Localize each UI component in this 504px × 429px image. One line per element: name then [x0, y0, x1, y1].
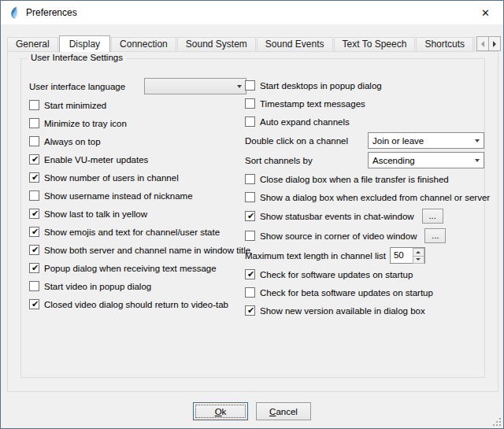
checkbox-box — [245, 116, 255, 127]
checkbox-box — [245, 98, 255, 109]
sort-channels-select[interactable]: Ascending — [368, 152, 484, 168]
checkbox-box — [29, 299, 39, 309]
checkbox-box — [29, 118, 39, 128]
app-icon — [8, 6, 20, 19]
max-text-length-spinner[interactable]: 50 — [390, 247, 425, 264]
double-click-select[interactable]: Join or leave — [368, 132, 484, 149]
tab-text-to-speech[interactable]: Text To Speech — [334, 37, 416, 51]
checkbox-box — [29, 190, 39, 201]
left-column: User interface language Start minimized … — [29, 76, 246, 313]
titlebar[interactable]: Preferences — [1, 1, 503, 24]
dialog-buttons: Ok Cancel — [1, 402, 503, 420]
tab-general[interactable]: General — [7, 37, 58, 51]
checkbox-popup-on-text-message[interactable]: Popup dialog when receiving text message — [29, 259, 246, 277]
checkbox-box — [29, 227, 39, 237]
checkbox-start-video-popup[interactable]: Start video in popup dialog — [29, 277, 246, 295]
checkbox-box — [245, 80, 255, 91]
checkbox-show-username-instead[interactable]: Show username instead of nickname — [29, 187, 246, 205]
checkbox-check-beta-updates[interactable]: Check for beta software updates on start… — [245, 283, 484, 301]
video-source-config-button[interactable]: ... — [424, 228, 446, 243]
preferences-window: Preferences User Interface Settings User… — [0, 0, 504, 429]
max-text-length-label: Maximum text length in channel list — [245, 251, 386, 261]
checkbox-box — [245, 305, 255, 316]
close-button[interactable] — [468, 1, 503, 24]
checkbox-show-user-count[interactable]: Show number of users in channel — [29, 168, 246, 187]
checkbox-box — [29, 209, 39, 219]
language-select[interactable] — [144, 78, 246, 94]
checkbox-video-source-corner[interactable]: Show source in corner of video window — [245, 231, 417, 241]
checkbox-box — [29, 263, 39, 273]
tab-sound-events[interactable]: Sound Events — [257, 37, 333, 51]
max-text-length-row: Maximum text length in channel list 50 — [245, 246, 484, 265]
chevron-down-icon — [232, 85, 246, 88]
right-column: Start desktops in popup dialog Timestamp… — [245, 76, 484, 320]
statusbar-events-config-button[interactable]: ... — [422, 209, 443, 224]
checkbox-box — [29, 281, 39, 291]
checkbox-dialog-on-exclude[interactable]: Show a dialog box when excluded from cha… — [245, 188, 484, 206]
checkbox-show-emojis-state[interactable]: Show emojis and text for channel/user st… — [29, 223, 246, 241]
checkbox-box — [245, 269, 255, 279]
tab-scroll-control — [477, 36, 501, 51]
checkbox-box — [245, 174, 255, 184]
sort-channels-label: Sort channels by — [245, 156, 313, 165]
sort-channels-row: Sort channels by Ascending — [245, 150, 484, 170]
tab-shortcuts[interactable]: Shortcuts — [416, 37, 473, 51]
double-click-label: Double click on a channel — [245, 136, 348, 146]
checkbox-new-version-dialog[interactable]: Show new version available in dialog box — [245, 301, 484, 320]
checkbox-minimize-to-tray[interactable]: Minimize to tray icon — [29, 114, 246, 132]
checkbox-last-talk-yellow[interactable]: Show last to talk in yellow — [29, 205, 246, 223]
checkbox-check-updates[interactable]: Check for software updates on startup — [245, 265, 484, 283]
video-source-row: Show source in corner of video window ..… — [245, 226, 484, 246]
checkbox-box — [29, 154, 39, 165]
checkbox-box — [29, 100, 39, 110]
group-user-interface-settings: User Interface Settings User interface l… — [20, 58, 485, 378]
checkbox-box — [29, 136, 39, 146]
ok-button[interactable]: Ok — [193, 402, 248, 420]
checkbox-box — [245, 287, 255, 298]
spin-down-icon[interactable] — [413, 256, 424, 264]
language-row: User interface language — [29, 76, 246, 96]
tab-scroll-right-icon[interactable] — [488, 36, 501, 51]
checkbox-box — [245, 231, 255, 241]
checkbox-start-minimized[interactable]: Start minimized — [29, 96, 246, 114]
tab-bar: General Display Connection Sound System … — [7, 35, 476, 52]
language-label: User interface language — [29, 82, 125, 91]
group-title: User Interface Settings — [28, 53, 126, 62]
checkbox-video-return-tab[interactable]: Closed video dialog should return to vid… — [29, 295, 246, 313]
double-click-row: Double click on a channel Join or leave — [245, 131, 484, 150]
checkbox-statusbar-events[interactable]: Show statusbar events in chat-window — [245, 211, 414, 221]
checkbox-box — [245, 192, 255, 202]
checkbox-enable-vu-meter[interactable]: Enable VU-meter updates — [29, 150, 246, 168]
spinner-buttons — [413, 248, 424, 263]
tab-scroll-left-icon[interactable] — [476, 36, 489, 51]
checkbox-timestamp-messages[interactable]: Timestamp text messages — [245, 94, 484, 113]
checkbox-always-on-top[interactable]: Always on top — [29, 132, 246, 150]
checkbox-box — [245, 211, 255, 221]
checkbox-desktops-popup[interactable]: Start desktops in popup dialog — [245, 76, 484, 94]
checkbox-box — [29, 245, 39, 255]
checkbox-auto-expand-channels[interactable]: Auto expand channels — [245, 113, 484, 131]
resize-grip[interactable] — [491, 416, 502, 427]
cancel-button[interactable]: Cancel — [256, 402, 311, 420]
tab-display[interactable]: Display — [59, 35, 110, 52]
tab-sound-system[interactable]: Sound System — [177, 37, 256, 51]
tab-connection[interactable]: Connection — [111, 37, 176, 51]
checkbox-box — [29, 172, 39, 183]
chevron-down-icon — [470, 139, 484, 142]
checkbox-close-on-transfer-finish[interactable]: Close dialog box when a file transfer is… — [245, 170, 484, 188]
checkbox-server-channel-in-title[interactable]: Show both server and channel name in win… — [29, 241, 246, 259]
resize-grip-icon — [491, 416, 502, 427]
chevron-down-icon — [470, 159, 484, 162]
tab-panel-display: User Interface Settings User interface l… — [7, 51, 498, 392]
statusbar-events-row: Show statusbar events in chat-window ... — [245, 206, 484, 226]
window-title: Preferences — [26, 7, 77, 18]
